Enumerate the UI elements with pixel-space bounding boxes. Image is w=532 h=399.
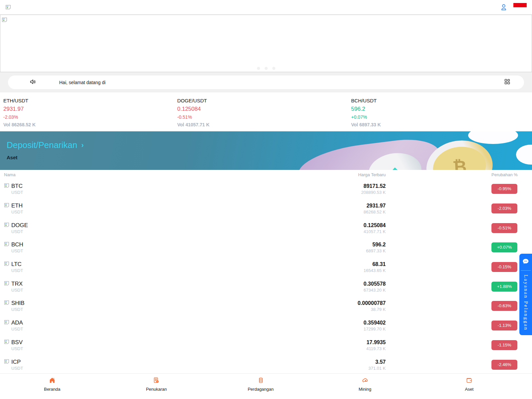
ticker-volume: Vol 41057.71 K bbox=[177, 122, 348, 127]
table-row[interactable]: ETH USDT 2931.97 86268.52 K -2.03% bbox=[0, 199, 532, 218]
coin-symbol: ADA bbox=[11, 320, 23, 326]
coin-quote: USDT bbox=[11, 248, 23, 253]
announcement-bar[interactable]: Hai, selamat datang di bbox=[8, 75, 524, 89]
wallet-icon bbox=[466, 377, 473, 385]
nav-label: Aset bbox=[465, 387, 473, 392]
ticker[interactable]: DOGE/USDT 0.125084 -0.51% Vol 41057.71 K bbox=[174, 98, 348, 127]
home-icon bbox=[49, 377, 56, 385]
table-row[interactable]: BCH USDT 596.2 6897.33 K +0.07% bbox=[0, 238, 532, 257]
ticker[interactable]: BCH/USDT 596.2 +0.07% Vol 6897.33 K bbox=[348, 98, 522, 127]
deposit-withdraw-banner[interactable]: ₿ ◆ Deposit/Penarikan › Aset bbox=[0, 131, 532, 170]
table-row[interactable]: BTC USDT 89171.52 208890.53 K -0.95% bbox=[0, 179, 532, 199]
ticker-volume: Vol 6897.33 K bbox=[351, 122, 522, 127]
ticker[interactable]: ETH/USDT 2931.97 -2.03% Vol 86268.52 K bbox=[0, 98, 174, 127]
table-row[interactable]: ADA USDT 0.359402 17299.70 K -1.13% bbox=[0, 316, 532, 335]
grid-apps-icon[interactable] bbox=[504, 78, 511, 86]
coin-price: 3.57 bbox=[299, 359, 386, 365]
coin-price: 2931.97 bbox=[299, 202, 386, 209]
table-row[interactable]: BSV USDT 17.9935 4119.73 K -1.15% bbox=[0, 335, 532, 355]
coin-symbol: SHIB bbox=[11, 300, 25, 307]
nav-item-beranda[interactable]: Beranda bbox=[0, 377, 104, 399]
coins-icon bbox=[257, 377, 264, 385]
market-table-body: BTC USDT 89171.52 208890.53 K -0.95% ETH… bbox=[0, 179, 532, 374]
cloud-illustration bbox=[516, 145, 532, 165]
coin-quote: USDT bbox=[11, 346, 23, 351]
nav-label: Beranda bbox=[44, 387, 60, 392]
table-row[interactable]: LTC USDT 68.31 16543.65 K -0.15% bbox=[0, 257, 532, 277]
table-row[interactable]: ICP USDT 3.57 371.01 K -2.46% bbox=[0, 355, 532, 374]
announcement-strip: Hai, selamat datang di bbox=[0, 72, 532, 92]
ticker-price: 596.2 bbox=[351, 106, 522, 112]
nav-label: Mining bbox=[358, 387, 371, 392]
coin-price: 0.00000787 bbox=[299, 300, 386, 307]
column-change: Perubahan % bbox=[491, 172, 517, 177]
user-account-icon[interactable] bbox=[499, 3, 508, 12]
ticker-change: -2.03% bbox=[3, 114, 174, 120]
coin-logo-broken-image-icon bbox=[4, 281, 9, 286]
nav-item-mining[interactable]: Mining bbox=[313, 377, 417, 399]
aset-label: Aset bbox=[7, 155, 18, 160]
change-badge: -2.46% bbox=[491, 360, 517, 370]
coin-symbol: ETH bbox=[11, 202, 23, 209]
change-badge: -0.15% bbox=[491, 262, 517, 272]
coin-volume: 16543.65 K bbox=[299, 268, 386, 273]
coin-logo-broken-image-icon bbox=[4, 222, 9, 227]
coin-logo-broken-image-icon bbox=[4, 320, 9, 325]
coin-volume: 67343.20 K bbox=[299, 288, 386, 293]
customer-service-button[interactable]: Layanan Pelanggan bbox=[519, 254, 532, 335]
nav-label: Penukaran bbox=[146, 387, 167, 392]
coin-symbol: BCH bbox=[11, 241, 23, 248]
coin-quote: USDT bbox=[11, 366, 23, 371]
change-badge: -0.95% bbox=[491, 184, 517, 194]
carousel-dots[interactable] bbox=[0, 67, 532, 70]
coin-logo-broken-image-icon bbox=[4, 359, 9, 364]
coin-volume: 38.79 K bbox=[299, 307, 386, 312]
ticker-price: 0.125084 bbox=[177, 106, 348, 112]
coin-logo-broken-image-icon bbox=[4, 183, 9, 188]
ticker-strip: ETH/USDT 2931.97 -2.03% Vol 86268.52 K D… bbox=[0, 92, 532, 131]
table-row[interactable]: DOGE USDT 0.125084 41057.71 K -0.51% bbox=[0, 218, 532, 238]
coin-symbol: DOGE bbox=[11, 222, 28, 229]
nav-item-penukaran[interactable]: Penukaran bbox=[104, 377, 209, 399]
coin-quote: USDT bbox=[11, 327, 23, 332]
coin-volume: 41057.71 K bbox=[299, 229, 386, 234]
coin-volume: 208890.53 K bbox=[299, 190, 386, 195]
coin-price: 68.31 bbox=[299, 261, 386, 268]
cloud-illustration bbox=[468, 131, 518, 144]
coin-symbol: BSV bbox=[11, 339, 23, 346]
deposit-withdraw-link[interactable]: Deposit/Penarikan › bbox=[7, 140, 84, 150]
indonesia-flag-language-switch[interactable] bbox=[513, 3, 527, 12]
coin-volume: 86268.52 K bbox=[299, 209, 386, 214]
coin-quote: USDT bbox=[11, 229, 28, 234]
announcement-text: Hai, selamat datang di bbox=[59, 80, 105, 85]
coin-logo-broken-image-icon bbox=[4, 300, 9, 305]
table-row[interactable]: TRX USDT 0.305578 67343.20 K +1.88% bbox=[0, 277, 532, 296]
coin-price: 0.305578 bbox=[299, 281, 386, 287]
exchange-icon bbox=[153, 377, 160, 385]
hero-banner-carousel[interactable] bbox=[0, 15, 532, 72]
coin-volume: 4119.73 K bbox=[299, 346, 386, 351]
chevron-right-icon: › bbox=[81, 141, 83, 150]
ticker-change: -0.51% bbox=[177, 114, 348, 120]
nav-item-aset[interactable]: Aset bbox=[417, 377, 521, 399]
change-badge: -2.03% bbox=[491, 203, 517, 213]
bottom-navigation: Beranda Penukaran Perdagangan Mining Ase… bbox=[0, 373, 532, 399]
change-badge: -0.63% bbox=[491, 301, 517, 311]
coin-volume: 17299.70 K bbox=[299, 327, 386, 332]
coin-price: 596.2 bbox=[299, 241, 386, 248]
ticker-change: +0.07% bbox=[351, 114, 522, 120]
coin-quote: USDT bbox=[11, 190, 23, 195]
coin-price: 17.9935 bbox=[299, 339, 386, 346]
ticker-pair: BCH/USDT bbox=[351, 98, 522, 103]
coin-symbol: BTC bbox=[11, 183, 23, 190]
mining-icon bbox=[361, 377, 369, 385]
column-price: Harga Terbaru bbox=[299, 172, 386, 177]
change-badge: -1.15% bbox=[491, 340, 517, 350]
coin-symbol: TRX bbox=[11, 281, 23, 287]
nav-item-perdagangan[interactable]: Perdagangan bbox=[208, 377, 313, 399]
coin-symbol: ICP bbox=[11, 359, 23, 365]
coin-volume: 371.01 K bbox=[299, 366, 386, 371]
coin-logo-broken-image-icon bbox=[4, 241, 9, 247]
table-row[interactable]: SHIB USDT 0.00000787 38.79 K -0.63% bbox=[0, 296, 532, 316]
banner-broken-image-icon bbox=[2, 17, 7, 23]
